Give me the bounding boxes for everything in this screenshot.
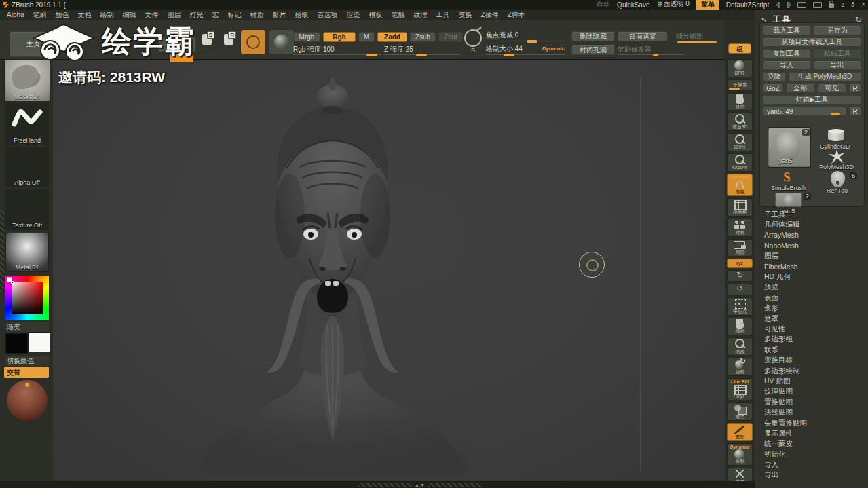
shelf-button-floor-grid[interactable]: 地面格 bbox=[727, 198, 753, 217]
shelf-button-persp[interactable]: Dynamic 透视 bbox=[727, 174, 753, 197]
shelf-button-transparent[interactable]: 透明 bbox=[727, 402, 753, 421]
left-tray-splitter[interactable] bbox=[0, 210, 4, 292]
shelf-button-local[interactable]: 局部 bbox=[727, 239, 753, 257]
draw-button[interactable] bbox=[269, 29, 295, 55]
goz-all-button[interactable]: 全部 bbox=[786, 83, 815, 93]
lock-icon[interactable] bbox=[829, 3, 834, 8]
load-tool-button[interactable]: 载入工具 bbox=[763, 26, 811, 35]
zcut-button[interactable]: Zcut bbox=[438, 32, 463, 42]
subpalette-item[interactable]: 统一蒙皮 bbox=[755, 439, 868, 449]
shelf-button-xyz[interactable]: xyz bbox=[727, 259, 753, 268]
tool-r-button[interactable]: R bbox=[849, 107, 861, 116]
menu-item[interactable]: 灯光 bbox=[190, 10, 204, 20]
copy-tool-button[interactable]: 复制工具 bbox=[763, 49, 811, 58]
load-from-project-button[interactable]: 从项目文件载入工具 bbox=[763, 37, 861, 47]
paste-ui-icon[interactable] bbox=[813, 2, 822, 8]
menu-item[interactable]: 首选项 bbox=[318, 10, 338, 20]
menu-item[interactable]: 拾取 bbox=[295, 10, 309, 20]
zoom-ui-icon[interactable]: z bbox=[841, 0, 844, 10]
alternate-button[interactable]: 交替 bbox=[4, 367, 49, 378]
menu-item[interactable]: 颜色 bbox=[56, 10, 69, 20]
shelf-button-actual-size[interactable]: 100% bbox=[727, 133, 753, 151]
gradient-button[interactable]: 渐变 bbox=[5, 322, 49, 332]
menu-item[interactable]: Z插件 bbox=[481, 10, 499, 20]
homepage-button[interactable]: 主页 bbox=[10, 31, 57, 57]
cylinder3d-thumbnail[interactable] bbox=[828, 130, 844, 141]
subpalette-item[interactable]: 置换贴图 bbox=[755, 397, 868, 407]
zadd-button[interactable]: Zadd bbox=[377, 32, 407, 42]
active-tool-slider[interactable]: yan5. 49 bbox=[763, 107, 846, 116]
goz-visible-button[interactable]: 可见 bbox=[818, 83, 847, 93]
brush-selector[interactable]: MaskPen bbox=[4, 59, 50, 102]
menu-item[interactable]: 影片 bbox=[273, 10, 286, 20]
subpalette-item[interactable]: 变换目标 bbox=[755, 355, 868, 365]
alpha-selector[interactable]: Alpha Off bbox=[5, 147, 49, 187]
subpalette-item[interactable]: UV 贴图 bbox=[755, 376, 868, 386]
goz-button[interactable]: GoZ bbox=[763, 83, 783, 93]
make-polymesh3d-button[interactable]: 生成 PolyMesh3D bbox=[789, 72, 861, 81]
gyro-button[interactable]: S bbox=[464, 29, 482, 54]
brush-modifier-slider[interactable]: 笔刷修改器 bbox=[618, 45, 684, 55]
lightbox-tool-button[interactable]: 灯箱▶工具 bbox=[763, 95, 861, 105]
subpalette-item[interactable]: 预览 bbox=[755, 282, 868, 293]
tray-down-icon[interactable]: ▼ bbox=[420, 483, 426, 487]
shelf-button-scale[interactable]: 缩放 bbox=[727, 337, 753, 356]
shelf-button-polyframe[interactable]: Line Fill PolyF bbox=[727, 378, 753, 401]
subpalette-item[interactable]: FiberMesh bbox=[755, 261, 868, 271]
clone-button[interactable]: 克隆 bbox=[763, 72, 786, 81]
shelf-button-rotate[interactable]: 旋转 bbox=[727, 358, 753, 376]
shelf-button-aahalf[interactable]: AA50% bbox=[727, 153, 753, 172]
tray-collapse-right-icon[interactable]: |||› bbox=[787, 2, 791, 8]
zsub-button[interactable]: Zsub bbox=[410, 32, 436, 42]
z-intensity-slider[interactable]: Z 强度 25 bbox=[384, 45, 460, 55]
subpalette-item[interactable]: 初始化 bbox=[755, 449, 868, 459]
subpalette-item[interactable]: 可见性 bbox=[755, 324, 868, 334]
auto-button[interactable]: 自动 bbox=[597, 0, 610, 10]
current-material-sphere[interactable] bbox=[7, 380, 48, 421]
draw-size-slider[interactable]: 绘制大小 44 Dynamic bbox=[486, 44, 565, 55]
document-canvas[interactable] bbox=[53, 60, 725, 482]
yan5-thumbnail[interactable] bbox=[775, 193, 802, 207]
del-hidden-button[interactable]: 删除隐藏 bbox=[571, 31, 615, 41]
subpalette-item[interactable]: 导出 bbox=[755, 470, 868, 481]
mrgb-button[interactable]: Mrgb bbox=[293, 32, 320, 42]
export-button[interactable]: 导出 bbox=[814, 60, 862, 70]
subpalette-item[interactable]: ArrayMesh bbox=[755, 230, 868, 240]
close-holes-button[interactable]: 封闭孔洞 bbox=[571, 45, 615, 55]
paste-tool-button[interactable]: 粘贴工具 bbox=[814, 49, 862, 58]
rgb-intensity-slider[interactable]: Rgb 强度 100 bbox=[293, 45, 381, 55]
subpalette-item[interactable]: 显示属性 bbox=[755, 428, 868, 438]
subpalette-item[interactable]: 矢量置换贴图 bbox=[755, 418, 868, 428]
copy-ui-icon[interactable] bbox=[797, 2, 806, 8]
restore-config-button[interactable]: R bbox=[224, 34, 233, 45]
quicksave-button[interactable]: QuickSave bbox=[617, 1, 649, 9]
polymesh3d-thumbnail[interactable] bbox=[828, 149, 846, 164]
shelf-button-frame-center[interactable]: 中心点 bbox=[727, 297, 753, 316]
subpalette-item[interactable]: 法线贴图 bbox=[755, 407, 868, 417]
menu-item[interactable]: 编辑 bbox=[123, 10, 136, 20]
menu-item[interactable]: 图层 bbox=[168, 10, 181, 20]
menu-item[interactable]: 工具 bbox=[436, 10, 450, 20]
save-as-button[interactable]: 另存为 bbox=[814, 26, 862, 35]
menu-item[interactable]: 变换 bbox=[459, 10, 472, 20]
subpalette-item[interactable]: 遮罩 bbox=[755, 314, 868, 324]
default-zscript-button[interactable]: DefaultZScript bbox=[726, 1, 769, 9]
m-button[interactable]: M bbox=[358, 32, 375, 42]
subpalette-item[interactable]: 多边形组 bbox=[755, 335, 868, 345]
tray-collapse-left-icon[interactable]: ‹||| bbox=[776, 2, 780, 8]
shelf-button-bpr[interactable]: BPR bbox=[727, 59, 753, 77]
shelf-button-scroll[interactable]: 移动 bbox=[727, 93, 753, 111]
menu-button[interactable]: 菜单 bbox=[696, 0, 719, 10]
menu-item[interactable]: 渲染 bbox=[347, 10, 360, 20]
material-selector[interactable]: Metal 01 bbox=[5, 233, 49, 272]
menu-item[interactable]: Alpha bbox=[7, 11, 24, 18]
texture-selector[interactable]: Texture Off bbox=[5, 189, 49, 230]
goz-r-button[interactable]: R bbox=[849, 83, 861, 93]
shelf-button-ghost[interactable]: 重影 bbox=[727, 423, 753, 441]
subpalette-item[interactable]: NanoMesh bbox=[755, 240, 868, 250]
subdiv-level-slider[interactable]: 细分级别 bbox=[676, 31, 721, 41]
rentou-thumbnail[interactable] bbox=[831, 171, 845, 187]
shelf-button-spix[interactable]: 子像素 bbox=[727, 79, 753, 91]
main-color-swatch[interactable] bbox=[5, 333, 28, 354]
stroke-selector[interactable]: FreeHand bbox=[5, 103, 49, 145]
